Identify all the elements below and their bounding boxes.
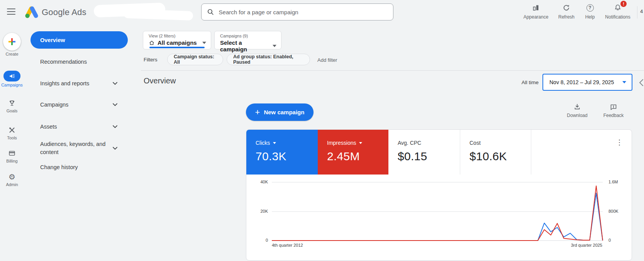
rail-label-billing: Billing [0, 159, 24, 163]
help-icon: ? [586, 4, 594, 12]
credit-card-icon [8, 149, 16, 157]
metric-label: Impressions [327, 140, 356, 146]
search-input[interactable] [218, 8, 388, 16]
sidebar-item-label: Insights and reports [40, 80, 89, 86]
sidebar-item-audiences-keywords-content[interactable]: Audiences, keywords, and content [31, 137, 128, 159]
date-range-picker[interactable]: Nov 8, 2012 – Jul 29, 2025 [542, 74, 632, 91]
trend-line-chart [246, 175, 632, 261]
account-id-partial: 4 [640, 8, 643, 14]
feedback-button[interactable]: Feedback [600, 103, 627, 118]
product-name: Google Ads [42, 7, 86, 17]
campaigns-active-pill[interactable] [3, 71, 20, 81]
megaphone-icon [8, 73, 15, 80]
create-button[interactable] [3, 33, 21, 51]
redacted-account-info [124, 9, 193, 20]
campaign-selector[interactable]: Campaigns (9) Select a campaign [214, 31, 281, 49]
metric-strip: Clicks 70.3K Impressions 2.45M Avg. CPC … [246, 130, 632, 175]
sidebar-item-assets[interactable]: Assets [31, 121, 128, 132]
date-range-preset: All time [500, 80, 539, 85]
rail-item-goals[interactable]: Goals [0, 99, 24, 113]
plus-icon: + [255, 108, 260, 116]
home-icon [149, 40, 155, 46]
metric-card-clicks[interactable]: Clicks 70.3K [246, 130, 318, 175]
rail-label-goals: Goals [0, 108, 24, 113]
sidebar-item-label: Campaigns [40, 102, 68, 108]
rail-label-admin: Admin [0, 182, 24, 187]
google-ads-logo: Google Ads [23, 5, 86, 19]
y-axis-tick-left: 20K [250, 209, 268, 214]
metric-label: Avg. CPC [398, 140, 421, 146]
view-selector-label: View (2 filters) [149, 34, 206, 38]
rail-item-campaigns[interactable]: Campaigns [0, 71, 24, 87]
metric-card-avg-cpc[interactable]: Avg. CPC $0.15 [388, 130, 460, 175]
view-selector[interactable]: View (2 filters) All campaigns [143, 31, 211, 49]
search-icon [207, 8, 214, 16]
dropdown-caret-icon [622, 81, 626, 83]
chevron-down-icon [113, 147, 117, 150]
download-button[interactable]: Download [563, 103, 591, 118]
notification-badge: ! [620, 1, 627, 7]
rail-item-tools[interactable]: Tools [0, 126, 24, 140]
collapse-panel-chevron-icon[interactable] [639, 79, 644, 86]
view-selector-value: All campaigns [158, 39, 197, 46]
sidebar-item-change-history[interactable]: Change history [31, 162, 128, 173]
chevron-down-icon [113, 125, 117, 128]
x-axis-labels: 4th quarter 2012 3rd quarter 2025 [272, 243, 602, 247]
sidebar-item-label: Recommendations [40, 59, 87, 65]
feedback-icon [610, 103, 617, 111]
x-axis-tick: 3rd quarter 2025 [571, 243, 602, 247]
metric-value: 70.3K [256, 150, 318, 163]
campaign-selector-value: Select a campaign [220, 39, 270, 53]
rail-label-create: Create [0, 52, 24, 56]
download-icon [573, 103, 581, 111]
rail-label-tools: Tools [0, 136, 24, 140]
y-axis-tick-left: 40K [250, 180, 268, 184]
y-axis-tick-left: 0 [250, 238, 268, 242]
new-campaign-label: New campaign [264, 109, 304, 115]
sidebar-item-campaigns[interactable]: Campaigns [31, 99, 128, 110]
feedback-label: Feedback [600, 113, 627, 118]
rail-item-billing[interactable]: Billing [0, 149, 24, 163]
metric-value: 2.45M [327, 150, 388, 163]
global-search[interactable] [201, 3, 393, 20]
appearance-button[interactable]: Appearance [521, 3, 551, 20]
chevron-down-icon [113, 103, 117, 106]
gear-icon: ⚙ [8, 173, 15, 181]
create-plus-icon [7, 37, 17, 46]
sidebar-item-insights-and-reports[interactable]: Insights and reports [31, 78, 128, 89]
sidebar-item-overview[interactable]: Overview [31, 31, 128, 49]
metric-label: Cost [469, 140, 481, 146]
overview-summary-card: Clicks 70.3K Impressions 2.45M Avg. CPC … [246, 129, 632, 261]
metric-value: $10.6K [469, 150, 531, 163]
page-title: Overview [144, 76, 176, 85]
tools-icon [8, 126, 16, 134]
sidebar-item-label: Assets [40, 124, 57, 130]
rail-item-admin[interactable]: ⚙ Admin [0, 173, 24, 187]
rail-label-campaigns: Campaigns [0, 83, 24, 87]
filter-chip-campaign-status[interactable]: Campaign status: All [167, 54, 223, 65]
add-filter-button[interactable]: Add filter [317, 57, 337, 63]
google-ads-logo-icon [23, 5, 39, 19]
metric-label: Clicks [256, 140, 270, 146]
y-axis-tick-right: 0 [608, 238, 629, 242]
help-button[interactable]: ? Help [575, 3, 605, 20]
kebab-menu-icon[interactable]: ⋮ [616, 139, 623, 146]
metric-strip-filler: ⋮ [531, 130, 632, 175]
filter-chip-ad-group-status[interactable]: Ad group status: Enabled, Paused [227, 54, 310, 65]
filter-chip-label: Ad group status: Enabled, Paused [233, 54, 303, 65]
metric-card-impressions[interactable]: Impressions 2.45M [318, 130, 388, 175]
sidebar-item-label: Audiences, keywords, and content [40, 140, 110, 156]
metric-card-cost[interactable]: Cost $10.6K [460, 130, 531, 175]
refresh-icon [563, 4, 570, 12]
sidebar-item-recommendations[interactable]: Recommendations [31, 56, 128, 67]
sidebar-item-label: Overview [40, 37, 65, 43]
help-label: Help [575, 14, 605, 20]
rail-item-create[interactable]: Create [0, 33, 24, 56]
metric-value: $0.15 [398, 150, 460, 163]
notifications-button[interactable]: ! Notifications [603, 3, 633, 20]
y-axis-tick-right: 1.6M [608, 180, 629, 184]
main-menu-icon[interactable] [7, 8, 15, 15]
new-campaign-button[interactable]: + New campaign [246, 103, 314, 121]
y-axis-tick-right: 800K [608, 209, 629, 214]
appearance-icon [532, 4, 540, 12]
